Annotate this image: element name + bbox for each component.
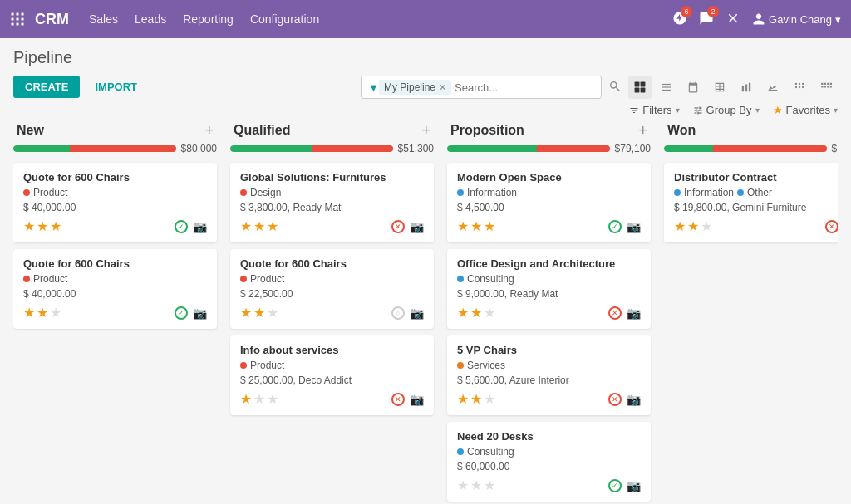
view-calendar[interactable] bbox=[681, 76, 705, 99]
column-add-qualified[interactable]: + bbox=[421, 123, 430, 138]
user-menu[interactable]: Gavin Chang ▾ bbox=[752, 12, 841, 26]
star-2[interactable]: ★ bbox=[470, 477, 482, 493]
kanban-card[interactable]: Need 20 Desks Consulting $ 60,000.00 ★★★… bbox=[447, 422, 651, 502]
kanban-card[interactable]: Quote for 600 Chairs Product $ 40,000.00… bbox=[13, 249, 217, 329]
menu-leads[interactable]: Leads bbox=[135, 12, 166, 26]
card-stars[interactable]: ★★★ bbox=[457, 391, 495, 407]
card-stars[interactable]: ★★★ bbox=[23, 218, 61, 234]
camera-icon[interactable]: 📷 bbox=[627, 220, 641, 233]
create-button[interactable]: CREATE bbox=[13, 76, 80, 98]
card-stars[interactable]: ★★★ bbox=[457, 477, 495, 493]
view-bar-chart[interactable] bbox=[735, 76, 758, 99]
star-3[interactable]: ★ bbox=[701, 218, 712, 234]
card-stars[interactable]: ★★★ bbox=[457, 305, 495, 321]
kanban-card[interactable]: Office Design and Architecture Consultin… bbox=[447, 249, 651, 329]
app-grid-icon[interactable] bbox=[10, 12, 25, 27]
kanban-card[interactable]: 5 VP Chairs Services $ 5,600.00, Azure I… bbox=[447, 335, 651, 415]
camera-icon[interactable]: 📷 bbox=[410, 306, 424, 320]
kanban-card[interactable]: Global Solutions: Furnitures Design $ 3,… bbox=[230, 163, 434, 242]
star-2[interactable]: ★ bbox=[687, 218, 699, 234]
filters-button[interactable]: Filters ▾ bbox=[629, 104, 679, 116]
view-line-chart[interactable] bbox=[761, 76, 785, 99]
star-1[interactable]: ★ bbox=[240, 391, 252, 407]
card-stars[interactable]: ★★★ bbox=[240, 305, 278, 321]
star-1[interactable]: ★ bbox=[457, 477, 469, 493]
star-1[interactable]: ★ bbox=[457, 305, 469, 321]
card-stars[interactable]: ★★★ bbox=[674, 218, 712, 234]
star-2[interactable]: ★ bbox=[470, 305, 482, 321]
kanban-card[interactable]: Quote for 600 Chairs Product $ 22,500.00… bbox=[230, 249, 434, 329]
search-input[interactable] bbox=[455, 81, 594, 94]
status-circle-none[interactable]: ○ bbox=[391, 306, 405, 320]
card-amount: $ 22,500.00 bbox=[240, 288, 424, 300]
kanban-card[interactable]: Quote for 600 Chairs Product $ 40,000.00… bbox=[13, 163, 217, 242]
star-1[interactable]: ★ bbox=[240, 305, 252, 321]
camera-icon[interactable]: 📷 bbox=[627, 306, 641, 320]
star-3[interactable]: ★ bbox=[50, 218, 61, 234]
view-table[interactable] bbox=[708, 76, 731, 99]
status-circle-green[interactable]: ✓ bbox=[608, 220, 622, 233]
view-activity[interactable] bbox=[814, 76, 838, 99]
star-2[interactable]: ★ bbox=[253, 218, 265, 234]
message-icon[interactable]: 2 bbox=[699, 11, 714, 28]
view-kanban[interactable] bbox=[628, 76, 652, 99]
camera-icon[interactable]: 📷 bbox=[410, 393, 424, 406]
search-tag[interactable]: My Pipeline ✕ bbox=[379, 80, 451, 95]
star-3[interactable]: ★ bbox=[484, 305, 495, 321]
star-1[interactable]: ★ bbox=[23, 218, 35, 234]
menu-reporting[interactable]: Reporting bbox=[183, 12, 234, 26]
star-3[interactable]: ★ bbox=[267, 305, 278, 321]
group-by-button[interactable]: Group By ▾ bbox=[693, 104, 760, 116]
star-2[interactable]: ★ bbox=[37, 305, 48, 321]
status-circle-green[interactable]: ✓ bbox=[608, 479, 622, 492]
status-circle-red[interactable]: ✕ bbox=[391, 393, 405, 406]
menu-sales[interactable]: Sales bbox=[89, 12, 118, 26]
import-button[interactable]: IMPORT bbox=[86, 76, 145, 98]
status-circle-red[interactable]: ✕ bbox=[608, 393, 622, 406]
card-stars[interactable]: ★★★ bbox=[23, 305, 61, 321]
star-1[interactable]: ★ bbox=[457, 391, 469, 407]
camera-icon[interactable]: 📷 bbox=[193, 306, 207, 320]
camera-icon[interactable]: 📷 bbox=[627, 393, 641, 406]
column-add-proposition[interactable]: + bbox=[638, 123, 647, 138]
card-stars[interactable]: ★★★ bbox=[240, 391, 278, 407]
star-2[interactable]: ★ bbox=[470, 218, 482, 234]
camera-icon[interactable]: 📷 bbox=[193, 220, 207, 233]
view-pivot[interactable] bbox=[788, 76, 811, 99]
star-2[interactable]: ★ bbox=[470, 391, 482, 407]
status-circle-green[interactable]: ✓ bbox=[175, 220, 188, 233]
kanban-card[interactable]: Distributor Contract Information Other $… bbox=[664, 163, 838, 242]
star-2[interactable]: ★ bbox=[253, 391, 265, 407]
status-circle-red[interactable]: ✕ bbox=[608, 306, 622, 320]
search-button[interactable] bbox=[608, 80, 622, 95]
star-1[interactable]: ★ bbox=[674, 218, 686, 234]
search-tag-remove[interactable]: ✕ bbox=[439, 82, 446, 93]
column-add-new[interactable]: + bbox=[204, 123, 214, 138]
star-1[interactable]: ★ bbox=[240, 218, 252, 234]
activity-icon[interactable]: 6 bbox=[672, 11, 687, 28]
star-1[interactable]: ★ bbox=[23, 305, 35, 321]
kanban-card[interactable]: Modern Open Space Information $ 4,500.00… bbox=[447, 163, 651, 242]
status-circle-green[interactable]: ✓ bbox=[175, 306, 188, 320]
star-3[interactable]: ★ bbox=[267, 391, 278, 407]
menu-configuration[interactable]: Configuration bbox=[250, 12, 319, 26]
svg-rect-7 bbox=[17, 23, 19, 26]
camera-icon[interactable]: 📷 bbox=[627, 479, 641, 492]
card-stars[interactable]: ★★★ bbox=[240, 218, 278, 234]
star-3[interactable]: ★ bbox=[484, 391, 495, 407]
camera-icon[interactable]: 📷 bbox=[410, 220, 424, 233]
star-2[interactable]: ★ bbox=[253, 305, 265, 321]
star-3[interactable]: ★ bbox=[484, 218, 495, 234]
favorites-button[interactable]: ★ Favorites ▾ bbox=[773, 104, 838, 116]
star-3[interactable]: ★ bbox=[267, 218, 278, 234]
star-2[interactable]: ★ bbox=[37, 218, 48, 234]
card-stars[interactable]: ★★★ bbox=[457, 218, 495, 234]
status-circle-red[interactable]: ✕ bbox=[825, 220, 838, 233]
close-icon[interactable] bbox=[726, 11, 740, 28]
kanban-card[interactable]: Info about services Product $ 25,000.00,… bbox=[230, 335, 434, 415]
star-3[interactable]: ★ bbox=[50, 305, 61, 321]
star-1[interactable]: ★ bbox=[457, 218, 469, 234]
status-circle-red[interactable]: ✕ bbox=[391, 220, 405, 233]
view-list[interactable] bbox=[655, 76, 678, 99]
star-3[interactable]: ★ bbox=[484, 477, 495, 493]
